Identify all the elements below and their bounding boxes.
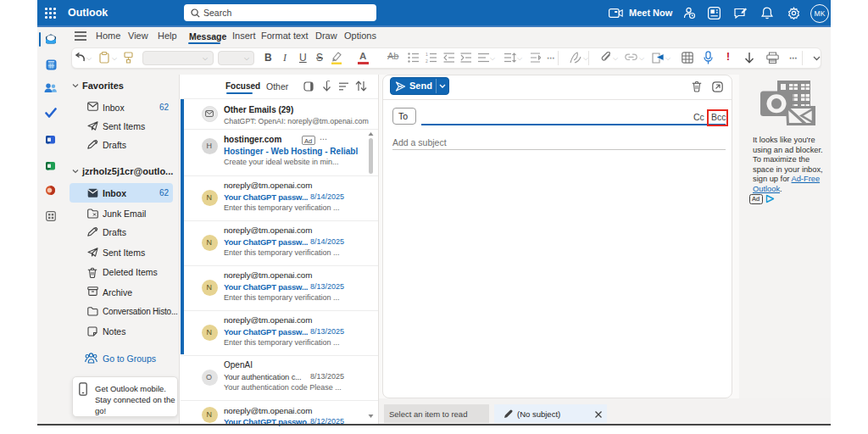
svg-text:2: 2	[426, 58, 428, 63]
svg-text:1: 1	[426, 53, 428, 57]
